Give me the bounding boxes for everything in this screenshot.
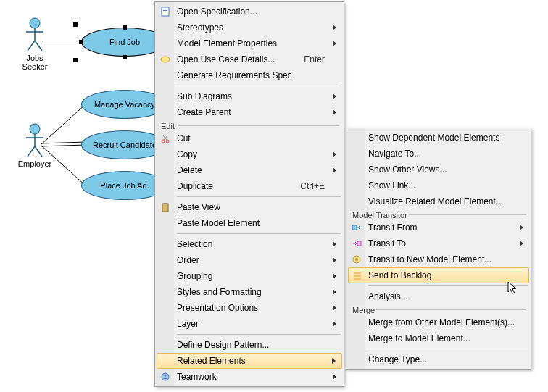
svg-rect-27	[352, 225, 357, 230]
selection-handle[interactable]	[79, 40, 83, 44]
menu-item-transit-from[interactable]: Transit From	[348, 220, 529, 235]
svg-point-26	[165, 375, 167, 377]
menu-shortcut: Enter	[304, 54, 325, 64]
menu-item-show-dependent[interactable]: Show Dependent Model Elements	[348, 130, 529, 146]
menu-item-merge-from-other[interactable]: Merge from Other Model Element(s)...	[348, 314, 529, 330]
context-menu-primary[interactable]: Open Specification... Stereotypes Model …	[154, 1, 344, 387]
submenu-arrow-icon	[333, 151, 336, 157]
submenu-arrow-icon	[520, 241, 523, 246]
menu-label: Selection	[177, 239, 325, 249]
selection-handle[interactable]	[73, 22, 78, 27]
association-line	[42, 41, 82, 41]
context-menu-related-elements[interactable]: Show Dependent Model Elements Navigate T…	[346, 128, 531, 370]
usecase-label: Recruit Candidate	[93, 141, 157, 149]
menu-label: Styles and Formatting	[177, 287, 325, 297]
actor-jobs-seeker[interactable]: Jobs Seeker	[13, 17, 57, 71]
menu-item-cut[interactable]: Cut	[157, 130, 342, 146]
svg-point-18	[161, 57, 170, 62]
svg-rect-28	[357, 241, 361, 246]
menu-item-grouping[interactable]: Grouping	[157, 268, 342, 284]
menu-item-show-link[interactable]: Show Link...	[348, 178, 529, 193]
menu-label: Show Other Views...	[368, 164, 512, 175]
diagram-canvas[interactable]: Jobs Seeker Employer Find Job Manage Vac…	[0, 0, 548, 392]
transit-to-icon	[351, 238, 362, 249]
menu-item-teamwork[interactable]: Teamwork	[157, 369, 342, 385]
submenu-arrow-icon	[333, 167, 336, 173]
submenu-arrow-icon	[333, 289, 336, 295]
selection-handle[interactable]	[123, 25, 127, 30]
menu-item-delete[interactable]: Delete	[157, 162, 342, 178]
menu-item-duplicate[interactable]: Duplicate Ctrl+E	[157, 178, 342, 194]
menu-item-transit-to[interactable]: Transit To	[348, 235, 529, 251]
menu-label: Generate Requirements Spec	[177, 70, 325, 80]
menu-item-paste-view[interactable]: Paste View	[157, 199, 342, 215]
menu-label: Open Use Case Details...	[177, 54, 286, 64]
menu-label: Merge to Model Element...	[368, 333, 512, 343]
submenu-arrow-icon	[333, 273, 336, 279]
menu-item-styles-formatting[interactable]: Styles and Formatting	[157, 284, 342, 300]
menu-item-visualize-related[interactable]: Visualize Related Model Element...	[348, 193, 529, 209]
svg-point-0	[30, 18, 40, 28]
menu-label: Merge from Other Model Element(s)...	[368, 317, 515, 328]
submenu-arrow-icon	[333, 305, 336, 311]
menu-item-paste-model-element[interactable]: Paste Model Element	[157, 215, 342, 231]
menu-item-open-specification[interactable]: Open Specification...	[157, 4, 342, 20]
menu-item-sub-diagrams[interactable]: Sub Diagrams	[157, 88, 342, 104]
menu-separator	[177, 233, 341, 234]
menu-item-generate-requirements-spec[interactable]: Generate Requirements Spec	[157, 67, 342, 83]
menu-item-merge-to-model[interactable]: Merge to Model Element...	[348, 330, 529, 346]
selection-handle[interactable]	[73, 58, 78, 62]
menu-item-create-parent[interactable]: Create Parent	[157, 104, 342, 120]
submenu-arrow-icon	[520, 225, 523, 230]
menu-label: Define Design Pattern...	[177, 340, 325, 350]
menu-item-copy[interactable]: Copy	[157, 146, 342, 162]
menu-separator	[177, 86, 341, 86]
svg-line-10	[41, 104, 86, 145]
clipboard-icon	[159, 201, 171, 213]
menu-item-selection[interactable]: Selection	[157, 236, 342, 252]
menu-label: Paste Model Element	[177, 218, 325, 228]
menu-label: Teamwork	[177, 372, 325, 382]
menu-label: Sub Diagrams	[177, 91, 325, 101]
menu-item-analysis[interactable]: Analysis...	[348, 288, 529, 304]
menu-item-open-use-case-details[interactable]: Open Use Case Details... Enter	[157, 51, 342, 67]
svg-rect-23	[162, 204, 168, 212]
submenu-arrow-icon	[333, 41, 336, 46]
actor-label: Jobs Seeker	[13, 54, 57, 71]
svg-line-8	[28, 146, 35, 157]
menu-item-define-design-pattern[interactable]: Define Design Pattern...	[157, 337, 342, 353]
submenu-arrow-icon	[333, 321, 336, 327]
menu-item-presentation-options[interactable]: Presentation Options	[157, 300, 342, 316]
menu-item-related-elements[interactable]: Related Elements	[157, 353, 342, 369]
scissors-icon	[159, 133, 171, 144]
cursor-icon	[507, 281, 518, 296]
svg-line-11	[41, 142, 86, 143]
menu-label: Navigate To...	[368, 149, 512, 159]
submenu-arrow-icon	[332, 358, 336, 364]
menu-label: Order	[177, 255, 325, 265]
menu-item-navigate-to[interactable]: Navigate To...	[348, 146, 529, 162]
menu-label: Presentation Options	[177, 303, 325, 313]
menu-item-order[interactable]: Order	[157, 252, 342, 268]
menu-label: Transit From	[368, 222, 512, 233]
transit-from-icon	[351, 222, 362, 233]
menu-item-model-element-properties[interactable]: Model Element Properties	[157, 36, 342, 51]
menu-item-send-to-backlog[interactable]: Send to Backlog	[348, 267, 529, 283]
svg-rect-33	[354, 278, 361, 280]
menu-label: Send to Backlog	[368, 270, 512, 280]
menu-label: Copy	[177, 149, 325, 159]
menu-item-transit-new[interactable]: Transit to New Model Element...	[348, 251, 529, 267]
svg-rect-31	[354, 272, 361, 274]
menu-label: Transit to New Model Element...	[368, 254, 512, 264]
usecase-label: Find Job	[109, 38, 140, 46]
submenu-arrow-icon	[333, 257, 336, 263]
svg-rect-16	[163, 10, 167, 11]
submenu-arrow-icon	[333, 25, 336, 30]
selection-handle[interactable]	[123, 55, 127, 59]
menu-label: Stereotypes	[177, 22, 325, 33]
menu-item-stereotypes[interactable]: Stereotypes	[157, 20, 342, 36]
menu-item-show-other-views[interactable]: Show Other Views...	[348, 162, 529, 178]
menu-item-layer[interactable]: Layer	[157, 316, 342, 332]
submenu-arrow-icon	[333, 374, 336, 380]
menu-item-change-type[interactable]: Change Type...	[348, 351, 529, 367]
